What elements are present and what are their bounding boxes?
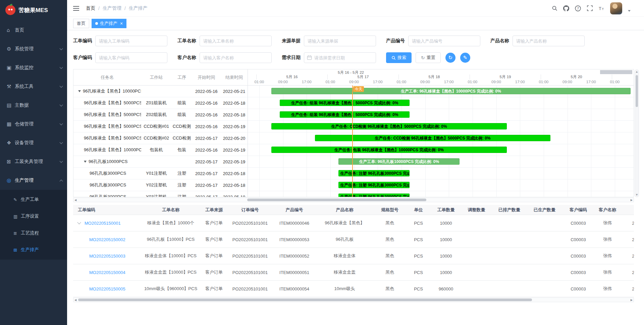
refresh-schedule-button[interactable]: ↻ [445,53,455,63]
tree-caret-icon[interactable] [78,90,81,92]
chevron-icon [60,160,63,163]
orders-column-header: 已生产数量 [527,207,562,213]
app-logo-icon [5,5,15,15]
task-name-cell: 96孔孔板3000PCS [73,170,141,176]
tools-icon: ⚒ [7,84,15,90]
task-bar[interactable]: 生产任务: 注塑 96孔孔板3000PCS 完成比例: 0% [338,182,410,188]
source-doc-input[interactable] [304,36,376,46]
gantt-vertical-scrollbar[interactable]: ▲ ▼ [635,69,639,197]
sidebar-subitem-process-setup[interactable]: ▥工序设置 [0,208,67,225]
gantt-task-row[interactable]: 96孔孔板3000PCSY02注塑机注塑2022-05-172022-05-18 [73,179,248,191]
customer-code-input[interactable] [95,52,167,63]
tab-生产排产[interactable]: 生产排产× [92,19,126,28]
gantt-task-row[interactable]: 96孔移液盒【黑色】10000PCS2022-05-162022-05-21 [73,86,248,97]
gantt-task-row[interactable]: 96孔孔板3000PCSY01注塑机注塑2022-05-172022-05-18 [73,168,248,179]
table-horizontal-scrollbar[interactable]: ◀ ▶ [73,297,634,302]
breadcrumb-separator: / [124,6,126,11]
gantt-task-row[interactable]: 96孔移液盒【黑色】5000PCSZ01组装机组装2022-05-162022-… [73,97,248,109]
gantt-task-row[interactable]: 96孔移液盒【黑色】5000PCSCCD检测#02CCD检测2022-05-17… [73,132,248,144]
app-logo[interactable]: 苦糖果MES [0,0,67,20]
sidebar-subitem-production-scheduling[interactable]: ⊞生产排产 [0,241,67,258]
sidebar-subitem-process-flow[interactable]: ≣工艺流程 [0,225,67,241]
github-icon[interactable] [563,5,569,11]
workorder-link[interactable]: MO202205150001 [85,221,121,226]
avatar[interactable] [610,2,622,14]
filter-actions: 搜索 ↻ 重置 ↻ ✎ [386,52,470,63]
help-icon[interactable]: ? [575,5,581,11]
tree-caret-icon[interactable] [84,161,87,163]
sidebar-item-system-tools[interactable]: ⚒系统工具 [0,77,67,96]
font-size-icon[interactable]: TT [598,5,604,11]
order-cell: PO202205101001 [227,221,273,226]
sidebar-item-system-admin[interactable]: ⚙系统管理 [0,40,67,58]
work-order-code-input[interactable] [95,36,167,46]
tab-close-icon[interactable]: × [120,21,123,26]
search-icon[interactable] [551,5,557,11]
sidebar-item-system-monitor[interactable]: ▣系统监控 [0,58,67,77]
breadcrumb-item[interactable]: 生产排产 [129,5,148,11]
gantt-task-row[interactable]: 96孔孔板10000PCS2022-05-172022-05-19 [73,156,248,168]
product-code-input[interactable] [408,36,480,46]
task-bar[interactable]: 生产任务: 注塑 96孔孔板3000PCS 完成比例: 0% [338,194,410,197]
gantt-horizontal-scrollbar[interactable]: ◀ ▶ [73,198,634,202]
workorder-link[interactable]: MO202205150002 [89,237,125,242]
filter-label-work-order-code: 工单编码 [73,38,92,44]
sidebar-item-home[interactable]: ⌂首页 [0,21,67,40]
start-time-cell: 2022-05-17 [192,171,221,176]
work-order-name-input[interactable] [200,36,272,46]
order-cell: 黑色 [373,286,406,292]
scroll-left-icon[interactable]: ◀ [74,199,76,202]
timeline-day [612,74,634,79]
gantt-vscroll-thumb[interactable] [636,75,638,107]
timeline-scroll-thumb[interactable] [600,70,632,74]
fold-menu-icon[interactable] [73,5,80,12]
sidebar-item-master-data[interactable]: ▤主数据 [0,96,67,115]
app-title: 苦糖果MES [18,6,48,14]
table-hscroll-thumb[interactable] [78,299,532,301]
fullscreen-icon[interactable] [587,5,593,11]
scroll-right-icon[interactable]: ▶ [631,299,633,302]
task-bar[interactable]: 生产任务: CCD检测 96孔移液盒【黑色】5000PCS 完成比例: 0% [271,123,507,129]
edit-schedule-button[interactable]: ✎ [460,53,470,63]
scroll-up-icon[interactable]: ▲ [635,70,639,73]
timeline-hour-label: 17:00 [302,80,312,84]
sidebar-item-production[interactable]: ◎生产管理 [0,171,67,190]
workorder-bar[interactable]: 生产工单: 96孔移液盒【黑色】10000PCS 完成比例: 0% [271,88,631,94]
sidebar-item-fixture[interactable]: ⊠工装夹具管理 [0,152,67,171]
order-cell: MO202205150001 [73,221,141,226]
task-bar[interactable]: 生产任务: CCD检测 96孔移液盒【黑色】5000PCS 完成比例: 0% [315,135,550,141]
gantt-task-row[interactable]: 96孔移液盒【黑色】5000PCSCCD检测#01CCD检测2022-05-16… [73,121,248,132]
sidebar-item-label: 工装夹具管理 [15,159,58,165]
product-name-input[interactable] [513,36,585,46]
breadcrumb-item[interactable]: 生产管理 [103,5,121,11]
breadcrumb-item[interactable]: 首页 [86,5,95,11]
order-cell: MO202205150004 [73,270,141,275]
scroll-left-icon[interactable]: ◀ [74,299,76,302]
gantt-task-row[interactable]: 96孔孔板3000PCSY03注塑机注塑2022-05-172022-05-18 [73,191,248,197]
task-bar[interactable]: 生产任务: 组装 96孔移液盒【黑色】5000PCS 完成比例: 0% [280,111,409,118]
tab-首页[interactable]: 首页 [73,19,89,28]
order-cell: 张伟 [594,253,621,259]
user-dropdown-caret-icon[interactable] [628,10,631,12]
gantt-hscroll-thumb[interactable] [247,199,426,201]
workorder-link[interactable]: MO202205150005 [89,286,125,291]
sidebar-item-warehouse[interactable]: ▦仓储管理 [0,115,67,133]
sidebar-subitem-production-order[interactable]: ✎生产工单 [0,191,67,208]
task-name: 96孔移液盒【黑色】5000PCS [84,135,141,141]
demand-date-input[interactable] [304,52,376,63]
task-bar[interactable]: 生产任务: 注塑 96孔孔板3000PCS 完成比例: 0% [338,170,410,176]
sidebar-item-equipment[interactable]: ❖设备管理 [0,133,67,152]
workorder-link[interactable]: MO202205150003 [89,254,125,259]
row-expand-icon[interactable] [77,221,81,224]
workorder-bar[interactable]: 生产工单: 96孔孔板10000PCS 完成比例: 0% [338,158,460,165]
task-bar[interactable]: 生产任务: 包装 96孔移液盒【黑色】10000PCS 完成比例: 0% [271,147,507,153]
scroll-right-icon[interactable]: ▶ [631,199,633,202]
customer-name-input[interactable] [200,52,272,63]
search-button[interactable]: 搜索 [386,52,412,63]
reset-button[interactable]: ↻ 重置 [416,52,441,63]
scroll-down-icon[interactable]: ▼ [635,194,639,196]
task-bar[interactable]: 生产任务: 组装 96孔移液盒【黑色】5000PCS 完成比例: 0% [280,100,409,106]
gantt-task-row[interactable]: 96孔移液盒【黑色】10000PCS包装机包装2022-05-162022-05… [73,144,248,156]
workorder-link[interactable]: MO202205150004 [89,270,125,275]
gantt-task-row[interactable]: 96孔移液盒【黑色】5000PCSZ02组装机组装2022-05-162022-… [73,109,248,121]
